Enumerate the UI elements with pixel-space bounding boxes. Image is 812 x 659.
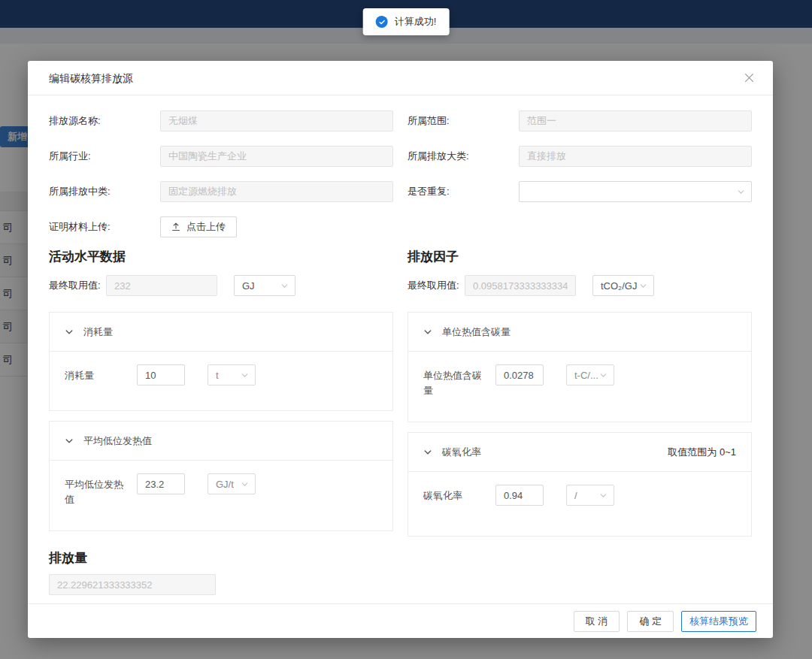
heating-value-unit-select[interactable]: GJ/t bbox=[208, 473, 256, 494]
emission-amount-input bbox=[49, 574, 216, 595]
chevron-down-icon bbox=[423, 328, 432, 337]
consumption-unit-select[interactable]: t bbox=[208, 364, 256, 385]
industry-input bbox=[160, 146, 393, 167]
dialog-title: 编辑碳核算排放源 bbox=[49, 72, 133, 86]
activity-data-title: 活动水平数据 bbox=[49, 248, 393, 265]
upload-button[interactable]: 点击上传 bbox=[160, 216, 237, 237]
field-label: 所属范围: bbox=[408, 114, 519, 128]
carbon-content-section: 单位热值含碳量 单位热值含碳量 t-C/... bbox=[408, 312, 752, 422]
row-label: 平均低位发热值 bbox=[65, 473, 125, 506]
select-value: / bbox=[574, 490, 577, 501]
section-title: 单位热值含碳量 bbox=[442, 325, 511, 339]
heating-value-section-body: 平均低位发热值 GJ/t bbox=[50, 461, 392, 531]
chevron-down-icon bbox=[737, 188, 745, 196]
activity-final-value-row: 最终取用值: GJ bbox=[49, 275, 393, 296]
calc-sections: 活动水平数据 最终取用值: GJ 消耗量 消耗量 bbox=[49, 248, 752, 546]
field-industry: 所属行业: bbox=[49, 146, 393, 167]
activity-unit-select[interactable]: GJ bbox=[234, 275, 295, 296]
select-value: t-C/... bbox=[574, 370, 598, 381]
toast-success: 计算成功! bbox=[363, 8, 450, 35]
section-title: 消耗量 bbox=[83, 325, 113, 339]
cancel-button[interactable]: 取 消 bbox=[574, 611, 620, 632]
dialog-header: 编辑碳核算排放源 bbox=[28, 61, 773, 95]
activity-final-value-input bbox=[106, 275, 217, 296]
select-value: GJ/t bbox=[216, 479, 234, 490]
consumption-section: 消耗量 消耗量 t bbox=[49, 312, 393, 411]
field-source-name: 排放源名称: bbox=[49, 110, 393, 131]
row-label: 碳氧化率 bbox=[423, 485, 483, 503]
carbon-content-section-body: 单位热值含碳量 t-C/... bbox=[408, 352, 751, 422]
result-preview-button[interactable]: 核算结果预览 bbox=[681, 611, 756, 632]
scope-input bbox=[519, 110, 752, 131]
factor-final-value-input bbox=[465, 275, 576, 296]
oxidation-rate-section-body: 碳氧化率 / bbox=[408, 472, 751, 536]
field-label: 排放源名称: bbox=[49, 114, 160, 128]
value-range-note: 取值范围为 0~1 bbox=[668, 446, 736, 459]
emission-factor-title: 排放因子 bbox=[408, 248, 752, 265]
oxidation-rate-section-header[interactable]: 碳氧化率 取值范围为 0~1 bbox=[408, 433, 751, 472]
final-value-label: 最终取用值: bbox=[49, 279, 106, 292]
heating-value-section-header[interactable]: 平均低位发热值 bbox=[50, 422, 392, 461]
source-name-input bbox=[160, 110, 393, 131]
confirm-button[interactable]: 确 定 bbox=[627, 611, 674, 632]
oxidation-rate-unit-select[interactable]: / bbox=[566, 485, 614, 506]
field-label: 证明材料上传: bbox=[49, 220, 160, 234]
carbon-content-unit-select[interactable]: t-C/... bbox=[566, 364, 614, 385]
carbon-content-section-header[interactable]: 单位热值含碳量 bbox=[408, 313, 751, 352]
select-value: t bbox=[216, 370, 219, 381]
field-upload: 证明材料上传: 点击上传 bbox=[49, 216, 393, 237]
close-icon[interactable] bbox=[741, 70, 756, 85]
emission-factor-column: 排放因子 最终取用值: tCO₂/GJ 单位热值含碳量 单位热值含碳 bbox=[408, 248, 752, 546]
factor-unit-select[interactable]: tCO₂/GJ bbox=[592, 275, 654, 296]
row-label: 消耗量 bbox=[65, 364, 125, 383]
chevron-down-icon bbox=[65, 437, 74, 446]
row-label: 单位热值含碳量 bbox=[423, 364, 483, 398]
is-duplicate-select[interactable] bbox=[519, 181, 752, 202]
chevron-down-icon bbox=[599, 371, 607, 379]
carbon-content-input[interactable] bbox=[495, 364, 544, 385]
emission-major-category-input bbox=[519, 146, 752, 167]
chevron-down-icon bbox=[241, 371, 249, 379]
heating-value-input[interactable] bbox=[137, 473, 185, 494]
edit-emission-source-dialog: 编辑碳核算排放源 排放源名称: 所属范围: 所属行业: 所属排放大类: bbox=[28, 61, 773, 638]
upload-button-label: 点击上传 bbox=[186, 220, 226, 234]
emission-amount-title: 排放量 bbox=[49, 549, 752, 567]
chevron-down-icon bbox=[639, 282, 647, 290]
section-title: 碳氧化率 bbox=[442, 446, 481, 459]
upload-icon bbox=[171, 222, 180, 231]
chevron-down-icon bbox=[65, 328, 74, 337]
final-value-label: 最终取用值: bbox=[408, 279, 465, 292]
toast-message: 计算成功! bbox=[395, 15, 437, 29]
basic-info-form: 排放源名称: 所属范围: 所属行业: 所属排放大类: 所属排放中类: 是否重复: bbox=[49, 110, 752, 237]
check-circle-icon bbox=[376, 16, 388, 28]
field-label: 所属排放大类: bbox=[408, 150, 519, 163]
field-emission-major-category: 所属排放大类: bbox=[408, 146, 752, 167]
consumption-input[interactable] bbox=[137, 364, 185, 385]
section-title: 平均低位发热值 bbox=[83, 434, 152, 448]
field-scope: 所属范围: bbox=[408, 110, 752, 131]
oxidation-rate-input[interactable] bbox=[495, 485, 544, 506]
field-is-duplicate: 是否重复: bbox=[408, 181, 752, 202]
factor-final-value-row: 最终取用值: tCO₂/GJ bbox=[408, 275, 752, 296]
oxidation-rate-section: 碳氧化率 取值范围为 0~1 碳氧化率 / bbox=[408, 432, 752, 537]
activity-data-column: 活动水平数据 最终取用值: GJ 消耗量 消耗量 bbox=[49, 248, 393, 546]
emission-mid-category-input bbox=[160, 181, 393, 202]
consumption-section-body: 消耗量 t bbox=[50, 352, 392, 410]
chevron-down-icon bbox=[423, 448, 432, 457]
heating-value-section: 平均低位发热值 平均低位发热值 GJ/t bbox=[49, 421, 393, 531]
dialog-footer: 取 消 确 定 核算结果预览 bbox=[28, 603, 773, 638]
select-value: tCO₂/GJ bbox=[601, 280, 637, 292]
chevron-down-icon bbox=[241, 480, 249, 488]
field-label: 是否重复: bbox=[408, 185, 519, 198]
field-label: 所属排放中类: bbox=[49, 185, 160, 198]
field-emission-mid-category: 所属排放中类: bbox=[49, 181, 393, 202]
chevron-down-icon bbox=[280, 282, 289, 290]
consumption-section-header[interactable]: 消耗量 bbox=[50, 313, 392, 352]
select-value: GJ bbox=[242, 280, 255, 292]
field-label: 所属行业: bbox=[49, 150, 160, 163]
chevron-down-icon bbox=[599, 491, 607, 500]
